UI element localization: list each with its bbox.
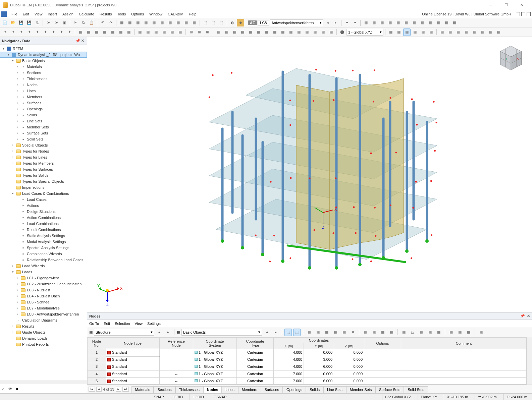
sel9-icon[interactable]: ✦ xyxy=(66,28,73,36)
pin-icon[interactable]: 📌 xyxy=(75,39,80,43)
nav-eye-icon[interactable]: 👁 xyxy=(8,387,12,391)
tree-load-0[interactable]: ›LC1 - Eigengewicht xyxy=(0,275,87,281)
tree-basic[interactable]: ▾Basic Objects xyxy=(0,58,87,64)
lc-badge[interactable]: LC8 xyxy=(258,20,269,25)
r11-icon[interactable]: ▦ xyxy=(427,19,434,26)
print-icon[interactable]: 🖶 xyxy=(34,19,41,26)
calc-icon[interactable]: ➤ xyxy=(45,19,52,26)
bp-t7-icon[interactable]: ▦ xyxy=(362,329,369,336)
r5-icon[interactable]: ▦ xyxy=(378,19,386,26)
disp2-icon[interactable]: ⬚ xyxy=(210,19,217,26)
r3-icon[interactable]: ▦ xyxy=(362,19,370,26)
mdi-max[interactable] xyxy=(521,12,525,16)
menu-calculate[interactable]: Calculate xyxy=(76,11,97,17)
hdr-no[interactable]: NodeNo. xyxy=(88,338,106,349)
e6-icon[interactable]: ▦ xyxy=(427,28,435,36)
bp-t8-icon[interactable]: ▦ xyxy=(370,329,378,336)
sel7-icon[interactable]: ✦ xyxy=(50,28,57,36)
maximize-button[interactable]: ☐ xyxy=(498,0,514,10)
r12-icon[interactable]: ▦ xyxy=(435,19,442,26)
r13-icon[interactable]: ▦ xyxy=(443,19,450,26)
e5-icon[interactable]: ▦ xyxy=(419,28,427,36)
e1-icon[interactable]: ▦ xyxy=(387,28,394,36)
bp-t6-icon[interactable]: ✕ xyxy=(349,329,357,336)
menu-assign[interactable]: Assign xyxy=(60,11,76,17)
bp-t11-icon[interactable]: ▦ xyxy=(400,329,408,336)
hdr-ctype[interactable]: CoordinateType xyxy=(237,338,274,349)
hdr-opt[interactable]: Options xyxy=(364,338,401,349)
tab-surfaces[interactable]: Surfaces xyxy=(261,386,283,393)
app-menu-icon[interactable] xyxy=(1,11,7,17)
r4-icon[interactable]: ▦ xyxy=(370,19,378,26)
r6-icon[interactable]: ▦ xyxy=(386,19,394,26)
page-last-icon[interactable]: ▸I xyxy=(122,387,129,392)
m9-icon[interactable]: ▦ xyxy=(279,28,286,36)
bp-t17-icon[interactable]: ▦ xyxy=(465,329,472,336)
r10-icon[interactable]: ▦ xyxy=(419,19,426,26)
e14-icon[interactable]: ▦ xyxy=(495,28,502,36)
tree-f2-1[interactable]: ›Guide Objects xyxy=(0,329,87,335)
table-row[interactable]: 3Standard-- 1 - Global XYZCartesian4.000… xyxy=(88,363,527,370)
cs-combo[interactable]: 1 - Global XYZ▾ xyxy=(347,29,383,36)
t6-icon[interactable]: ▦ xyxy=(117,28,124,36)
menu-file[interactable]: File xyxy=(9,11,20,17)
page-next-icon[interactable]: ▸ xyxy=(116,387,121,392)
menu-tools[interactable]: Tools xyxy=(114,11,128,17)
tree-f1-4[interactable]: ›Types for Surfaces xyxy=(0,166,87,172)
tree-loads[interactable]: ▾Loads xyxy=(0,269,87,275)
nav-home-icon[interactable]: ⌂ xyxy=(2,387,4,391)
mdi-min[interactable] xyxy=(516,12,520,16)
t9-icon[interactable]: ▦ xyxy=(144,28,152,36)
save-icon[interactable]: 💾 xyxy=(17,19,25,26)
view3-icon[interactable]: ▦ xyxy=(134,19,142,26)
menu-edit[interactable]: Edit xyxy=(20,11,32,17)
tab-members[interactable]: Members xyxy=(238,386,261,393)
tree-basic-2[interactable]: ›•Thicknesses xyxy=(0,76,87,82)
m6-icon[interactable]: ▦ xyxy=(255,28,262,36)
e11-icon[interactable]: ▦ xyxy=(471,28,478,36)
bp-sel2-icon[interactable]: ⬚ xyxy=(293,329,301,336)
r2-icon[interactable]: ✦ xyxy=(351,19,359,26)
tree-lcc-9[interactable]: ▫Combination Wizards xyxy=(0,251,87,257)
table-row[interactable]: 2Standard-- 1 - Global XYZCartesian4.000… xyxy=(88,356,527,363)
cut-icon[interactable]: ✂ xyxy=(72,19,79,26)
bp-menu-goto[interactable]: Go To xyxy=(89,322,99,326)
lc-next-icon[interactable]: ▸ xyxy=(332,19,339,26)
e2-icon[interactable]: ▦ xyxy=(395,28,403,36)
tree-f2-0[interactable]: ›Results xyxy=(0,323,87,329)
tree-f1-1[interactable]: ›Types for Nodes xyxy=(0,148,87,154)
tree-lcc-4[interactable]: ▫Load Combinations xyxy=(0,221,87,227)
tree-f2-3[interactable]: ›Printout Reports xyxy=(0,341,87,347)
r1-icon[interactable]: ✦ xyxy=(343,19,351,26)
nav-cam-icon[interactable]: ■ xyxy=(16,387,18,391)
tree-load-4[interactable]: ›LC6 - Schnee xyxy=(0,299,87,305)
disp3-icon[interactable]: ⬚ xyxy=(218,19,225,26)
tree-f2-2[interactable]: ›Dynamic Loads xyxy=(0,335,87,341)
tab-openings[interactable]: Openings xyxy=(283,386,306,393)
bp-t2-icon[interactable]: ▦ xyxy=(314,329,322,336)
tree-f1-7[interactable]: ›Imperfections xyxy=(0,184,87,190)
render1-icon[interactable]: ◐ xyxy=(229,19,236,26)
t10-icon[interactable]: ▦ xyxy=(152,28,160,36)
tree-basic-9[interactable]: ›•Line Sets xyxy=(0,118,87,124)
navigator-tree[interactable]: ▾RFEM▾Dynamic analysis_2.rf6* | projects… xyxy=(0,45,87,380)
m3-icon[interactable]: ▦ xyxy=(231,28,238,36)
tree-load-3[interactable]: ›LC4 - Nutzlast Dach xyxy=(0,293,87,299)
sel1-icon[interactable]: ✦ xyxy=(1,28,9,36)
view2-icon[interactable]: ▦ xyxy=(126,19,134,26)
tree-lcc-7[interactable]: ▫Modal Analysis Settings xyxy=(0,239,87,245)
tree-lcc[interactable]: ▾Load Cases & Combinations xyxy=(0,190,87,196)
bp-t5-icon[interactable]: ▦ xyxy=(340,329,348,336)
bp-next1-icon[interactable]: ▸ xyxy=(164,329,172,336)
tab-solid-sets[interactable]: Solid Sets xyxy=(404,386,428,393)
bp-menu-view[interactable]: View xyxy=(135,322,143,326)
bp-sel1-icon[interactable]: ⬚ xyxy=(284,329,292,336)
hdr-x[interactable]: X [m] xyxy=(274,343,304,349)
tree-lcc-2[interactable]: ▫Design Situations xyxy=(0,209,87,215)
r9-icon[interactable]: ▦ xyxy=(411,19,418,26)
bp-pin-icon[interactable]: 📌 xyxy=(520,314,525,318)
table-row[interactable]: 4Standard-- 1 - Global XYZCartesian7.000… xyxy=(88,370,527,377)
tree-basic-4[interactable]: ›•Lines xyxy=(0,88,87,94)
tree-f1-3[interactable]: ›Types for Members xyxy=(0,160,87,166)
e8-icon[interactable]: ▦ xyxy=(446,28,454,36)
